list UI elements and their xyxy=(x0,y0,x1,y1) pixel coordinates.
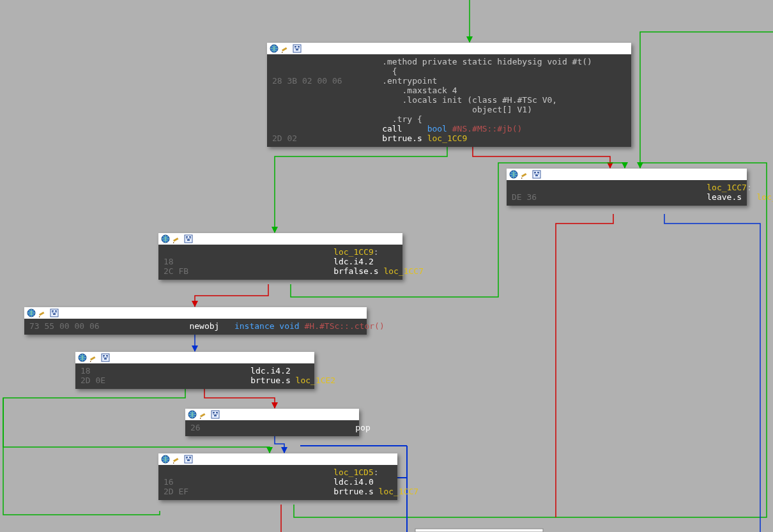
svg-rect-35 xyxy=(104,358,107,360)
block-loc-1cc7[interactable]: loc_1CC7:DE 36 leave.s loc_1CFF xyxy=(507,169,747,206)
globe-icon[interactable] xyxy=(161,455,170,464)
svg-marker-31 xyxy=(90,361,91,362)
node-body: 73 55 00 00 06 newobj instance void #H.#… xyxy=(24,319,367,335)
svg-rect-2 xyxy=(282,47,287,52)
pencil-icon[interactable] xyxy=(521,170,530,179)
pencil-icon[interactable] xyxy=(38,308,47,317)
globe-icon[interactable] xyxy=(78,353,87,362)
svg-rect-37 xyxy=(200,413,205,418)
node-header[interactable] xyxy=(158,453,397,465)
svg-marker-45 xyxy=(173,462,174,464)
block-loc-1cd5[interactable]: loc_1CD5:16 ldc.i4.02D EF brtrue.s loc_1… xyxy=(158,453,397,500)
node-body: loc_1CC7:DE 36 leave.s loc_1CFF xyxy=(507,180,747,206)
svg-rect-26 xyxy=(52,310,54,312)
svg-marker-17 xyxy=(173,242,174,243)
svg-rect-19 xyxy=(186,236,188,238)
pencil-icon[interactable] xyxy=(89,353,98,362)
svg-rect-34 xyxy=(106,355,108,356)
svg-rect-30 xyxy=(90,356,95,361)
block-newobj[interactable]: 73 55 00 00 06 newobj instance void #H.#… xyxy=(24,307,367,335)
svg-rect-41 xyxy=(216,412,218,413)
pencil-icon[interactable] xyxy=(172,234,181,243)
svg-marker-38 xyxy=(200,418,201,419)
block-loc-1cc9[interactable]: loc_1CC9:18 ldc.i4.22C FB brfalse.s loc_… xyxy=(158,233,402,280)
node-header[interactable] xyxy=(507,169,747,180)
svg-rect-42 xyxy=(214,415,217,416)
svg-rect-44 xyxy=(173,458,178,462)
graph-icon[interactable] xyxy=(101,353,110,362)
svg-marker-24 xyxy=(39,316,40,317)
globe-icon[interactable] xyxy=(188,410,197,419)
graph-icon[interactable] xyxy=(184,234,193,243)
svg-rect-28 xyxy=(53,314,56,315)
pencil-icon[interactable] xyxy=(199,410,208,419)
node-header[interactable] xyxy=(267,43,631,54)
node-header[interactable] xyxy=(24,307,367,319)
svg-rect-9 xyxy=(521,173,526,178)
pencil-icon[interactable] xyxy=(172,455,181,464)
svg-rect-33 xyxy=(103,355,105,356)
graph-icon[interactable] xyxy=(184,455,193,464)
globe-icon[interactable] xyxy=(161,234,170,243)
block-ldc-brtrue[interactable]: 18 ldc.i4.22D 0E brtrue.s loc_1CE2 xyxy=(75,352,314,389)
svg-rect-14 xyxy=(535,175,538,176)
svg-rect-0 xyxy=(415,529,543,532)
block-pop[interactable]: 26 pop xyxy=(185,409,359,436)
svg-rect-49 xyxy=(187,460,190,461)
svg-rect-48 xyxy=(189,457,191,458)
node-body: loc_1CC9:18 ldc.i4.22C FB brfalse.s loc_… xyxy=(158,245,402,280)
svg-rect-12 xyxy=(534,172,536,173)
globe-icon[interactable] xyxy=(509,170,518,179)
svg-rect-40 xyxy=(213,412,215,413)
graph-canvas[interactable]: .method private static hidebysig void #t… xyxy=(0,0,773,532)
graph-icon[interactable] xyxy=(532,170,541,179)
node-body: loc_1CD5:16 ldc.i4.02D EF brtrue.s loc_1… xyxy=(158,465,397,500)
svg-rect-6 xyxy=(298,46,300,47)
svg-rect-7 xyxy=(296,49,298,50)
node-body: 18 ldc.i4.22D 0E brtrue.s loc_1CE2 xyxy=(75,363,314,389)
graph-icon[interactable] xyxy=(293,44,302,53)
graph-icon[interactable] xyxy=(50,308,59,317)
svg-rect-27 xyxy=(55,310,57,312)
graph-icon[interactable] xyxy=(211,410,220,419)
svg-marker-10 xyxy=(521,178,523,179)
pencil-icon[interactable] xyxy=(281,44,290,53)
svg-rect-20 xyxy=(189,236,191,238)
svg-rect-21 xyxy=(187,239,190,241)
svg-rect-16 xyxy=(173,238,178,242)
block-entry[interactable]: .method private static hidebysig void #t… xyxy=(267,43,631,147)
svg-rect-47 xyxy=(186,457,188,458)
node-header[interactable] xyxy=(185,409,359,420)
node-header[interactable] xyxy=(158,233,402,245)
svg-rect-23 xyxy=(39,312,44,316)
node-header[interactable] xyxy=(75,352,314,363)
globe-icon[interactable] xyxy=(27,308,36,317)
svg-marker-3 xyxy=(282,52,283,53)
node-body: .method private static hidebysig void #t… xyxy=(267,54,631,147)
globe-icon[interactable] xyxy=(270,44,279,53)
svg-rect-13 xyxy=(537,172,539,173)
svg-rect-5 xyxy=(295,46,296,47)
node-body: 26 pop xyxy=(185,420,359,436)
